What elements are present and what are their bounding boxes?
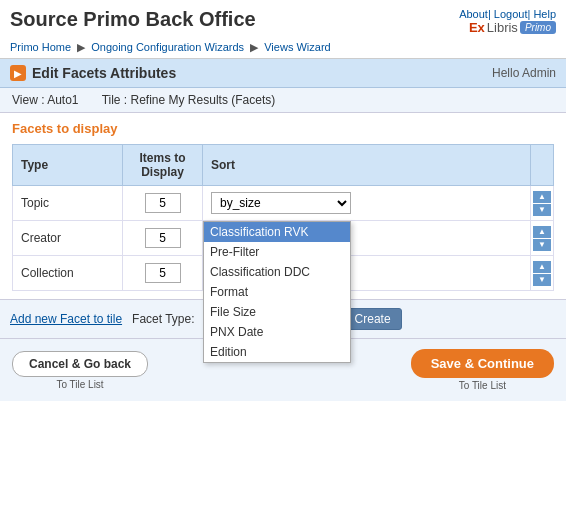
logout-link[interactable]: Logout: [494, 8, 528, 20]
breadcrumb-primo-home[interactable]: Primo Home: [10, 41, 71, 53]
row-collection-items: [123, 256, 203, 291]
topic-down-btn[interactable]: ▼: [533, 204, 551, 216]
breadcrumb-sep-1: ▶: [77, 41, 85, 53]
cancel-area: Cancel & Go back To Tile List: [12, 351, 148, 390]
topic-updown: ▲ ▼: [533, 191, 551, 216]
facets-table: Type Items to Display Sort Topic by_size: [12, 144, 554, 291]
dropdown-item-edition[interactable]: Edition: [204, 342, 350, 362]
collection-down-btn[interactable]: ▼: [533, 274, 551, 286]
tile-label: Tile : Refine My Results (Facets): [102, 93, 276, 107]
col-type: Type: [13, 145, 123, 186]
dropdown-item-rvk[interactable]: Classification RVK: [204, 222, 350, 242]
save-area: Save & Continue To Tile List: [411, 349, 554, 391]
create-button[interactable]: Create: [344, 308, 402, 330]
page-title: Edit Facets Attributes: [32, 65, 176, 81]
facets-title: Facets to display: [12, 121, 554, 136]
topic-items-input[interactable]: [145, 193, 181, 213]
save-sub-label: To Tile List: [411, 380, 554, 391]
topic-sort-select[interactable]: by_size: [211, 192, 351, 214]
row-creator-sort: by_size Classification RVK Pre-Filter Cl…: [203, 221, 531, 256]
sort-dropdown-list: Classification RVK Pre-Filter Classifica…: [203, 221, 351, 363]
col-controls: [531, 145, 554, 186]
dropdown-item-filesize[interactable]: File Size: [204, 302, 350, 322]
help-link[interactable]: Help: [533, 8, 556, 20]
row-topic-items: [123, 186, 203, 221]
dropdown-item-prefilter[interactable]: Pre-Filter: [204, 242, 350, 262]
breadcrumb-views-wizard[interactable]: Views Wizard: [264, 41, 330, 53]
breadcrumb: Primo Home ▶ Ongoing Configuration Wizar…: [10, 41, 556, 54]
exlibris-logo: ExLibris Primo: [469, 20, 556, 35]
row-creator-type: Creator: [13, 221, 123, 256]
collection-updown: ▲ ▼: [533, 261, 551, 286]
hello-admin: Hello Admin: [492, 66, 556, 80]
header: Source Primo Back Office About| Logout| …: [0, 0, 566, 59]
page-header-bar: ▶ Edit Facets Attributes Hello Admin: [0, 59, 566, 88]
ex-text: Ex: [469, 20, 485, 35]
libris-text: Libris: [487, 20, 518, 35]
add-facet-link[interactable]: Add new Facet to tile: [10, 312, 122, 326]
row-collection-controls: ▲ ▼: [531, 256, 554, 291]
table-row: Topic by_size ▲ ▼: [13, 186, 554, 221]
breadcrumb-config-wizards[interactable]: Ongoing Configuration Wizards: [91, 41, 244, 53]
app-title: Source Primo Back Office: [10, 8, 256, 31]
row-topic-type: Topic: [13, 186, 123, 221]
creator-updown: ▲ ▼: [533, 226, 551, 251]
dropdown-item-pnxdate[interactable]: PNX Date: [204, 322, 350, 342]
facet-type-label: Facet Type:: [132, 312, 194, 326]
view-tile-bar: View : Auto1 Tile : Refine My Results (F…: [0, 88, 566, 113]
row-creator-controls: ▲ ▼: [531, 221, 554, 256]
row-creator-items: [123, 221, 203, 256]
creator-up-btn[interactable]: ▲: [533, 226, 551, 238]
expand-icon[interactable]: ▶: [10, 65, 26, 81]
save-button[interactable]: Save & Continue: [411, 349, 554, 378]
cancel-sub-label: To Tile List: [12, 379, 148, 390]
col-items: Items to Display: [123, 145, 203, 186]
facets-section: Facets to display Type Items to Display …: [0, 113, 566, 299]
view-label: View : Auto1: [12, 93, 79, 107]
table-row: Creator by_size Classification RVK Pre-F…: [13, 221, 554, 256]
about-link[interactable]: About: [459, 8, 488, 20]
primo-badge: Primo: [520, 21, 556, 34]
dropdown-item-format[interactable]: Format: [204, 282, 350, 302]
collection-items-input[interactable]: [145, 263, 181, 283]
header-links[interactable]: About| Logout| Help: [459, 8, 556, 20]
cancel-button[interactable]: Cancel & Go back: [12, 351, 148, 377]
col-sort: Sort: [203, 145, 531, 186]
topic-up-btn[interactable]: ▲: [533, 191, 551, 203]
breadcrumb-sep-2: ▶: [250, 41, 258, 53]
collection-up-btn[interactable]: ▲: [533, 261, 551, 273]
creator-down-btn[interactable]: ▼: [533, 239, 551, 251]
creator-items-input[interactable]: [145, 228, 181, 248]
row-topic-controls: ▲ ▼: [531, 186, 554, 221]
row-topic-sort: by_size: [203, 186, 531, 221]
row-collection-type: Collection: [13, 256, 123, 291]
dropdown-item-ddc[interactable]: Classification DDC: [204, 262, 350, 282]
